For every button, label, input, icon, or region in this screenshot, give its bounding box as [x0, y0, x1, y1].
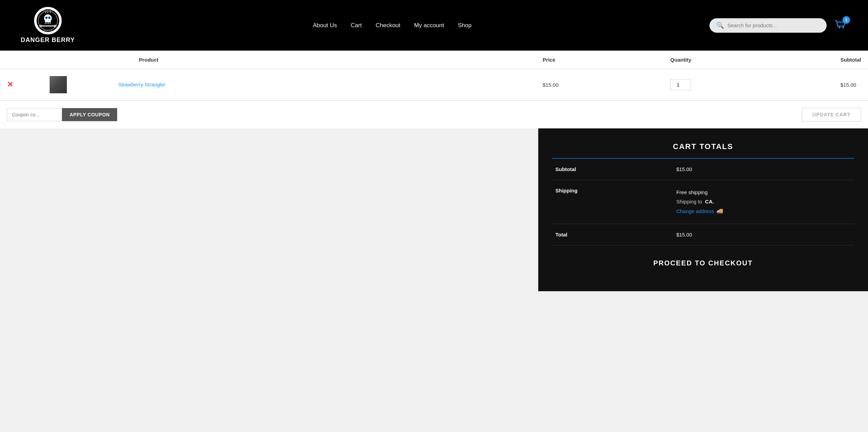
apply-coupon-button[interactable]: APPLY COUPON	[62, 108, 117, 121]
shipping-free: Free shipping	[676, 188, 851, 197]
truck-icon: 🚚	[716, 206, 723, 216]
coupon-input[interactable]	[7, 108, 62, 121]
total-row: Total $15.00	[552, 224, 854, 245]
quantity-input[interactable]	[670, 79, 691, 90]
coupon-row: APPLY COUPON UPDATE CART	[0, 101, 868, 128]
cart-lower: CART TOTALS Subtotal $15.00 Shipping Fre…	[0, 128, 868, 291]
shipping-row: Shipping Free shipping Shipping to CA. C…	[552, 180, 854, 224]
shipping-state: CA.	[705, 199, 714, 204]
svg-text:SPICE CO.: SPICE CO.	[43, 30, 52, 32]
update-cart-button[interactable]: UPDATE CART	[802, 108, 861, 122]
product-name-cell: Strawberry Strangler	[111, 69, 536, 101]
nav-shop[interactable]: Shop	[458, 22, 472, 29]
svg-point-20	[842, 27, 844, 28]
price-cell: $15.00	[536, 69, 663, 101]
shipping-details: Free shipping Shipping to CA. Change add…	[676, 188, 851, 216]
change-address-link[interactable]: Change address 🚚	[676, 206, 723, 216]
product-image	[50, 76, 67, 93]
subtotal-value: $15.00	[673, 159, 854, 180]
svg-rect-5	[47, 22, 49, 24]
col-header-product: Product	[111, 51, 536, 69]
remove-cell: ✕	[0, 69, 43, 101]
total-value: $15.00	[673, 224, 854, 245]
header-right: 🔍 1	[709, 18, 847, 33]
logo-circle: ★ ★ ★ SPICE CO. DANGER BERRY	[34, 7, 62, 34]
shipping-to-text: Shipping to	[676, 199, 702, 204]
shipping-to: Shipping to CA.	[676, 197, 851, 206]
main-nav: About Us Cart Checkout My account Shop	[313, 22, 472, 29]
col-header-quantity: Quantity	[663, 51, 834, 69]
totals-table: Subtotal $15.00 Shipping Free shipping S…	[552, 159, 854, 245]
svg-rect-4	[45, 22, 47, 24]
svg-point-19	[838, 27, 840, 28]
svg-rect-6	[49, 22, 50, 24]
cart-lower-left	[0, 128, 538, 291]
svg-text:★ ★ ★: ★ ★ ★	[45, 11, 51, 13]
product-link[interactable]: Strawberry Strangler	[118, 82, 166, 87]
table-row: ✕ Strawberry Strangler $15.00 $15.00	[0, 69, 868, 101]
svg-point-14	[40, 25, 41, 27]
cart-totals-title: CART TOTALS	[552, 142, 854, 159]
nav-cart[interactable]: Cart	[351, 22, 362, 29]
main-content: Product Price Quantity Subtotal ✕	[0, 51, 868, 291]
nav-checkout[interactable]: Checkout	[376, 22, 400, 29]
subtotal-label: Subtotal	[552, 159, 673, 180]
search-icon: 🔍	[716, 22, 724, 29]
site-header: ★ ★ ★ SPICE CO. DANGER BERRY DANGER BERR…	[0, 0, 868, 51]
subtotal-cell: $15.00	[834, 69, 868, 101]
nav-about[interactable]: About Us	[313, 22, 337, 29]
cart-table: Product Price Quantity Subtotal ✕	[0, 51, 868, 101]
cart-totals-section: CART TOTALS Subtotal $15.00 Shipping Fre…	[538, 128, 868, 291]
svg-point-15	[54, 25, 55, 27]
col-header-remove	[0, 51, 43, 69]
logo-text: DANGER BERRY	[21, 36, 75, 44]
quantity-cell	[663, 69, 834, 101]
search-bar[interactable]: 🔍	[709, 18, 827, 33]
col-header-subtotal: Subtotal	[834, 51, 868, 69]
svg-point-9	[46, 17, 47, 18]
shipping-label: Shipping	[552, 180, 673, 224]
logo-area[interactable]: ★ ★ ★ SPICE CO. DANGER BERRY DANGER BERR…	[21, 7, 75, 44]
cart-badge: 1	[843, 16, 850, 24]
cart-table-section: Product Price Quantity Subtotal ✕	[0, 51, 868, 101]
change-address-text: Change address	[676, 207, 714, 216]
nav-myaccount[interactable]: My account	[414, 22, 444, 29]
col-header-img	[43, 51, 111, 69]
svg-point-10	[49, 17, 50, 18]
search-input[interactable]	[727, 22, 820, 28]
cart-icon-area[interactable]: 1	[834, 18, 847, 33]
product-img-cell	[43, 69, 111, 101]
svg-text:DANGER BERRY: DANGER BERRY	[41, 10, 55, 11]
coupon-left: APPLY COUPON	[7, 108, 117, 121]
shipping-details-cell: Free shipping Shipping to CA. Change add…	[673, 180, 854, 224]
col-header-price: Price	[536, 51, 663, 69]
remove-button[interactable]: ✕	[7, 81, 13, 88]
total-label: Total	[552, 224, 673, 245]
proceed-checkout-button[interactable]: PROCEED TO CHECKOUT	[552, 249, 854, 277]
subtotal-row: Subtotal $15.00	[552, 159, 854, 180]
